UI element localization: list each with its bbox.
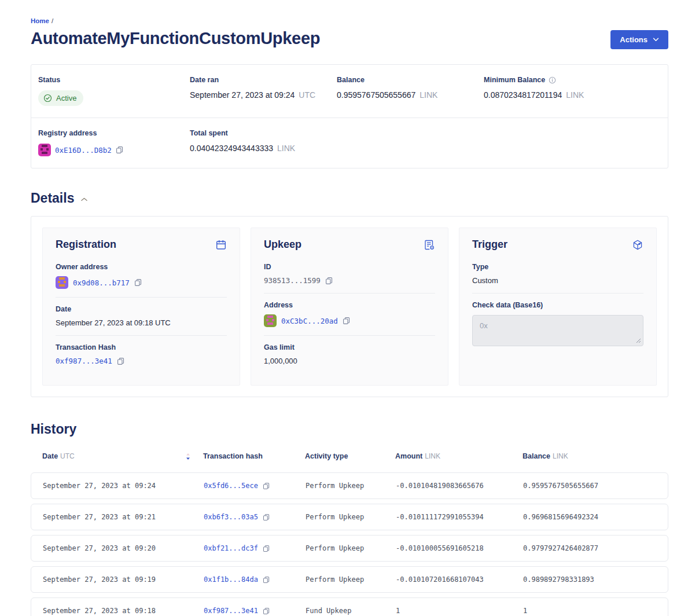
owner-identicon	[56, 276, 68, 289]
registry-address-field: Registry address 0xE16D...D8b2	[38, 129, 190, 156]
total-spent-unit: LINK	[277, 144, 295, 153]
owner-address-link[interactable]: 0x9d08...b717	[73, 278, 130, 287]
trigger-card: Trigger Type Custom Check data (Base16)	[459, 228, 657, 386]
column-balance: BalanceLINK	[523, 452, 668, 460]
row-balance: 0.9797927426402877	[523, 544, 668, 552]
history-heading: History	[31, 421, 76, 437]
copy-icon[interactable]	[117, 357, 124, 365]
summary-row-2: Registry address 0xE16D...D8b2 Total spe…	[31, 118, 668, 168]
balance-unit: LINK	[420, 90, 437, 100]
gas-limit-field: Gas limit 1,000,000	[264, 335, 435, 373]
check-data-label: Check data (Base16)	[472, 301, 643, 309]
upkeep-id-label: ID	[264, 263, 435, 271]
breadcrumb-separator: /	[51, 17, 53, 24]
upkeep-id-value: 938513...1599	[264, 276, 321, 285]
total-spent-field: Total spent 0.04042324943443333LINK	[190, 129, 337, 156]
summary-row-1: Status Active Date ran September 27, 202…	[31, 65, 668, 118]
row-tx-link[interactable]: 0xb6f3...03a5	[204, 513, 258, 521]
breadcrumb-home-link[interactable]: Home	[31, 17, 49, 24]
column-date-unit: UTC	[60, 452, 75, 460]
upkeep-address-label: Address	[264, 301, 435, 309]
row-amount: -0.010107201668107043	[396, 575, 523, 584]
collapse-caret-icon[interactable]	[80, 196, 89, 203]
copy-icon[interactable]	[134, 278, 142, 287]
check-circle-icon	[43, 94, 52, 102]
balance-value: 0.9595767505655667	[337, 90, 415, 100]
upkeep-address-field: Address 0xC3bC...20ad	[264, 293, 435, 335]
history-table-header: DateUTC Transaction hash Activity type A…	[31, 452, 668, 460]
row-activity: Fund Upkeep	[306, 607, 396, 615]
row-date: September 27, 2023 at 09:24	[43, 482, 204, 490]
details-card: Registration Owner address 0x9d08...b717…	[31, 216, 668, 397]
copy-icon[interactable]	[263, 607, 270, 615]
upkeep-address-link[interactable]: 0xC3bC...20ad	[281, 317, 338, 325]
column-amount: AmountLINK	[395, 452, 523, 460]
row-tx-link[interactable]: 0x5fd6...5ece	[204, 482, 258, 490]
sort-desc-icon[interactable]	[186, 453, 190, 460]
registry-address-label: Registry address	[38, 129, 190, 137]
upkeep-title: Upkeep	[264, 239, 301, 251]
balance-field: Balance 0.9595767505655667LINK	[337, 76, 484, 106]
gas-limit-label: Gas limit	[264, 343, 435, 351]
copy-icon[interactable]	[263, 545, 270, 552]
history-rows: September 27, 2023 at 09:24 0x5fd6...5ec…	[31, 472, 668, 616]
row-balance: 0.9696815696492324	[523, 513, 668, 521]
chevron-down-icon	[653, 38, 659, 42]
total-spent-label: Total spent	[190, 129, 337, 137]
registration-title: Registration	[56, 239, 116, 251]
trigger-type-field: Type Custom	[472, 255, 643, 293]
total-spent-value: 0.04042324943443333	[190, 144, 273, 153]
info-icon[interactable]	[549, 76, 556, 84]
status-badge: Active	[38, 90, 83, 106]
registry-address-link[interactable]: 0xE16D...D8b2	[55, 146, 112, 155]
row-amount: -0.010104819083665676	[396, 482, 523, 490]
row-date: September 27, 2023 at 09:18	[43, 607, 204, 615]
summary-card: Status Active Date ran September 27, 202…	[31, 64, 668, 168]
min-balance-value: 0.0870234817201194	[484, 90, 562, 100]
table-row: September 27, 2023 at 09:18 0xf987...3e4…	[31, 597, 668, 616]
registration-date-value: September 27, 2023 at 09:18 UTC	[56, 318, 171, 327]
status-label: Status	[38, 76, 190, 84]
balance-label: Balance	[337, 76, 484, 84]
trigger-title: Trigger	[472, 239, 507, 251]
date-ran-value: September 27, 2023 at 09:24	[190, 90, 295, 100]
actions-button[interactable]: Actions	[610, 30, 668, 49]
registration-tx-label: Transaction Hash	[56, 343, 227, 351]
copy-icon[interactable]	[263, 514, 270, 521]
copy-icon[interactable]	[263, 482, 270, 490]
date-ran-label: Date ran	[190, 76, 337, 84]
owner-address-label: Owner address	[56, 263, 227, 271]
date-ran-utc: UTC	[299, 90, 315, 100]
min-balance-label: Minimum Balance	[484, 76, 545, 84]
registration-date-label: Date	[56, 305, 227, 313]
registration-tx-link[interactable]: 0xf987...3e41	[56, 357, 112, 365]
row-amount: -0.010100055691605218	[396, 544, 523, 552]
upkeep-page: Home/ AutomateMyFunctionCustomUpkeep Act…	[0, 0, 699, 616]
registration-date-field: Date September 27, 2023 at 09:18 UTC	[56, 297, 227, 335]
table-row: September 27, 2023 at 09:24 0x5fd6...5ec…	[31, 472, 668, 499]
row-tx-link[interactable]: 0xbf21...dc3f	[204, 544, 258, 552]
row-tx-link[interactable]: 0xf987...3e41	[204, 607, 258, 615]
status-field: Status Active	[38, 76, 190, 106]
row-balance: 0.9595767505655667	[523, 482, 668, 490]
copy-icon[interactable]	[325, 277, 333, 285]
copy-icon[interactable]	[263, 576, 270, 584]
calendar-icon	[215, 239, 227, 251]
column-activity-type: Activity type	[305, 452, 395, 460]
status-value: Active	[56, 94, 76, 102]
breadcrumb: Home/	[31, 17, 668, 24]
row-activity: Perform Upkeep	[306, 482, 396, 490]
owner-address-field: Owner address 0x9d08...b717	[56, 255, 227, 297]
copy-icon[interactable]	[343, 317, 350, 325]
document-gear-icon	[424, 239, 435, 251]
upkeep-address-identicon	[264, 314, 277, 327]
title-row: AutomateMyFunctionCustomUpkeep Actions	[31, 29, 668, 49]
registration-tx-field: Transaction Hash 0xf987...3e41	[56, 335, 227, 373]
table-row: September 27, 2023 at 09:20 0xbf21...dc3…	[31, 535, 668, 562]
copy-icon[interactable]	[116, 146, 123, 154]
check-data-input[interactable]	[472, 315, 643, 346]
row-tx-link[interactable]: 0x1f1b...84da	[204, 575, 258, 584]
upkeep-id-field: ID 938513...1599	[264, 255, 435, 293]
actions-button-label: Actions	[620, 35, 648, 44]
row-date: September 27, 2023 at 09:21	[43, 513, 204, 521]
